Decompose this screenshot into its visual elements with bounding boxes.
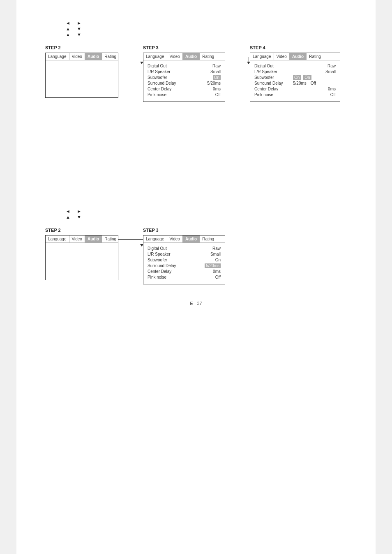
- step3-value-lr: Small: [210, 69, 221, 74]
- step4-row-pink: Pink noise Off: [254, 92, 336, 97]
- step4-value-surround2: Off: [311, 81, 316, 85]
- s2-step3-value-lr: Small: [210, 252, 221, 256]
- s2-step3-row-center: Center Delay 0ms: [148, 269, 221, 274]
- step3-label-surround: Surround Delay: [148, 81, 176, 85]
- connector-2-3: [118, 57, 143, 57]
- step2-tab-video[interactable]: Video: [69, 53, 85, 60]
- s2-left-arrow-icon: ◄: [66, 209, 70, 214]
- s2-down-arrow-icon: ▼: [77, 215, 81, 219]
- s2-arrow-row-2: ▲ ▼: [66, 215, 367, 219]
- section2: STEP 2 Language Video Audio Rating: [45, 228, 367, 284]
- page-number: E - 37: [25, 301, 367, 306]
- left-arrow-icon: ◄: [66, 21, 70, 25]
- step2-tabs: Language Video Audio Rating: [46, 53, 118, 60]
- s2-step2-tab-language[interactable]: Language: [46, 235, 69, 242]
- up-arrow-2-icon: ▲: [66, 32, 70, 37]
- right-arrow-icon: ►: [77, 21, 81, 25]
- step4-value-digital: Raw: [327, 64, 336, 68]
- step4-value-center: 0ms: [328, 87, 336, 91]
- s2-step2-tab-audio[interactable]: Audio: [85, 235, 102, 242]
- up-arrow-icon: ▲: [66, 26, 70, 31]
- s2-step3-panel: Language Video Audio Rating Digital Out …: [143, 235, 225, 284]
- step4-tab-rating[interactable]: Rating: [307, 53, 323, 60]
- s2-step2-unit: STEP 2 Language Video Audio Rating: [45, 228, 118, 280]
- step3-value-digital: Raw: [212, 64, 221, 68]
- step4-body: Digital Out Raw L/R Speaker Small Subwoo…: [250, 60, 340, 102]
- step3-label: STEP 3: [143, 45, 159, 50]
- s2-step3-row-pink: Pink noise Off: [148, 275, 221, 279]
- s2-step3-label-center: Center Delay: [148, 269, 171, 274]
- s2-step2-panel: Language Video Audio Rating: [45, 235, 118, 280]
- step4-tab-audio[interactable]: Audio: [290, 53, 307, 60]
- step4-label: STEP 4: [250, 45, 265, 50]
- s2-conn-down-line-1: [142, 239, 142, 244]
- s2-step2-body: [46, 243, 118, 280]
- step3-label-center: Center Delay: [148, 87, 171, 91]
- s2-step3-value-center: 0ms: [213, 269, 221, 274]
- step3-label-lr: L/R Speaker: [148, 69, 171, 74]
- s2-step2-tabs: Language Video Audio Rating: [46, 235, 118, 243]
- step4-label-lr: L/R Speaker: [254, 69, 277, 74]
- conn-arrow-1: [140, 62, 143, 64]
- s2-step3-label-surround: Surround Delay: [148, 263, 176, 268]
- step4-value-sub1: On: [293, 75, 301, 80]
- step4-label-digital: Digital Out: [254, 64, 274, 68]
- step3-tab-language[interactable]: Language: [143, 53, 167, 60]
- step3-value-center: 0ms: [213, 87, 221, 91]
- s2-step3-row-digital: Digital Out Raw: [148, 246, 221, 251]
- conn-line-1: [118, 57, 143, 57]
- step3-tab-video[interactable]: Video: [167, 53, 183, 60]
- step3-tab-audio[interactable]: Audio: [183, 53, 200, 60]
- s2-step3-tab-audio[interactable]: Audio: [183, 235, 200, 242]
- step3-value-sub: On: [213, 75, 221, 80]
- step3-row-pink: Pink noise Off: [148, 92, 221, 97]
- step4-tab-language[interactable]: Language: [250, 53, 274, 60]
- s2-step3-tabs: Language Video Audio Rating: [143, 235, 225, 243]
- step3-label-pink: Pink noise: [148, 92, 166, 97]
- step4-panel: Language Video Audio Rating Digital Out …: [250, 53, 340, 102]
- step2-tab-audio[interactable]: Audio: [85, 53, 102, 60]
- section2-arrows: ◄ ► ▲ ▼: [66, 209, 367, 219]
- s2-step3-tab-language[interactable]: Language: [143, 235, 167, 242]
- step3-row-center: Center Delay 0ms: [148, 87, 221, 91]
- s2-arrow-row-1: ◄ ►: [66, 209, 367, 214]
- step3-row-sub: Subwoofer On: [148, 75, 221, 80]
- s2-conn-line-1: [118, 239, 143, 240]
- s2-step3-value-sub: On: [215, 258, 221, 262]
- step4-row-center: Center Delay 0ms: [254, 87, 336, 91]
- step3-value-surround: 5/20ms: [207, 81, 221, 85]
- s2-up-arrow-icon: ▲: [66, 215, 70, 219]
- conn-down-1: [140, 57, 143, 64]
- conn-arrow-2: [247, 62, 250, 64]
- step3-label-sub: Subwoofer: [148, 75, 167, 80]
- s2-step3-tab-rating[interactable]: Rating: [200, 235, 217, 242]
- step4-tab-video[interactable]: Video: [274, 53, 290, 60]
- step4-row-lr: L/R Speaker Small: [254, 69, 336, 74]
- step3-tabs: Language Video Audio Rating: [143, 53, 225, 60]
- s2-step3-value-pink: Off: [215, 275, 221, 279]
- step2-tab-rating[interactable]: Rating: [102, 53, 119, 60]
- conn-down-line-2: [249, 57, 249, 62]
- s2-step2-tab-rating[interactable]: Rating: [102, 235, 119, 242]
- step4-row-surround: Surround Delay 5/20ms Off: [254, 81, 336, 85]
- step3-row-digital: Digital Out Raw: [148, 64, 221, 68]
- step4-label-center: Center Delay: [254, 87, 278, 91]
- s2-step3-tab-video[interactable]: Video: [167, 235, 183, 242]
- steps-container-1: STEP 2 Language Video Audio Rating: [45, 45, 367, 102]
- s2-step3-row-lr: L/R Speaker Small: [148, 252, 221, 256]
- top-arrows-section: ◄ ► ▲ ▼ ▲ ▼: [66, 21, 367, 37]
- spacer-between-sections: [25, 118, 367, 201]
- s2-step3-row-sub: Subwoofer On: [148, 258, 221, 262]
- s2-step2-tab-video[interactable]: Video: [69, 235, 85, 242]
- arrow-row-1: ◄ ►: [66, 21, 367, 25]
- conn-down-line-1: [142, 57, 142, 62]
- s2-conn-arrow-1: [140, 244, 143, 247]
- down-arrow-icon: ▼: [77, 26, 81, 31]
- step2-tab-language[interactable]: Language: [46, 53, 69, 60]
- step3-panel: Language Video Audio Rating Digital Out …: [143, 53, 225, 102]
- step4-row-sub: Subwoofer On On: [254, 75, 336, 80]
- step3-tab-rating[interactable]: Rating: [200, 53, 217, 60]
- connector-3-4: [225, 57, 250, 57]
- s2-step3-label: STEP 3: [143, 228, 159, 233]
- s2-step3-row-surround: Surround Delay 5/20ms: [148, 263, 221, 268]
